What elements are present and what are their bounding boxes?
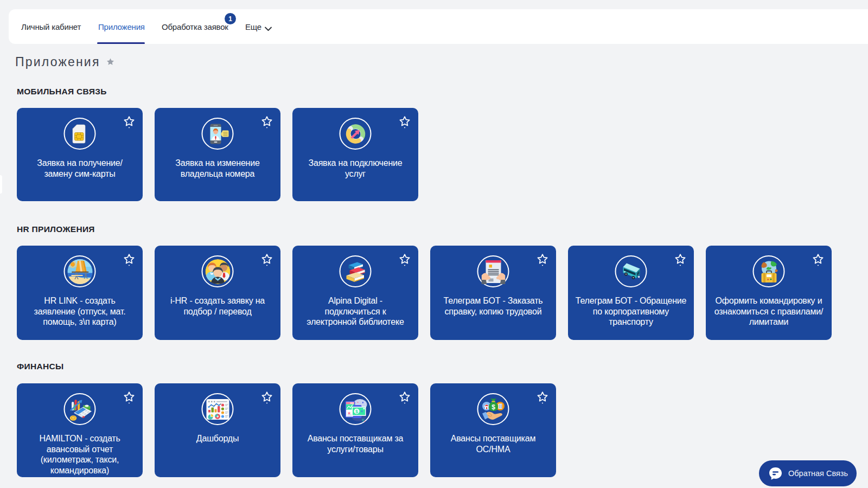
svg-text:$: $ — [355, 409, 358, 414]
svg-text:$: $ — [492, 403, 495, 410]
